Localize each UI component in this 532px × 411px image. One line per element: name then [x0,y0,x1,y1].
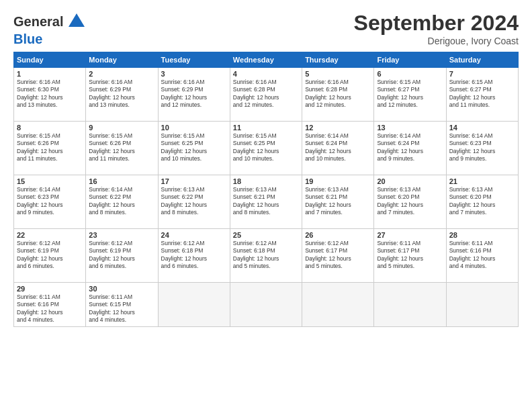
day-number: 6 [377,70,443,78]
day-number: 11 [233,124,299,132]
month-title: September 2024 [354,11,519,36]
calendar-cell: 30 Sunrise: 6:11 AMSunset: 6:15 PMDaylig… [86,283,158,327]
calendar-cell: 27 Sunrise: 6:11 AMSunset: 6:17 PMDaylig… [374,229,446,283]
day-number: 4 [233,70,299,78]
calendar-cell [302,283,374,327]
day-detail: Sunrise: 6:13 AMSunset: 6:20 PMDaylight:… [449,186,515,217]
logo-general: General [13,14,63,29]
calendar-cell: 17 Sunrise: 6:13 AMSunset: 6:22 PMDaylig… [158,175,230,229]
day-number: 15 [17,177,83,185]
day-detail: Sunrise: 6:14 AMSunset: 6:23 PMDaylight:… [449,132,515,163]
day-number: 14 [449,124,515,132]
calendar-cell: 19 Sunrise: 6:13 AMSunset: 6:21 PMDaylig… [302,175,374,229]
day-number: 3 [161,70,227,78]
weekday-header-sunday: Sunday [14,52,86,68]
day-detail: Sunrise: 6:15 AMSunset: 6:27 PMDaylight:… [377,79,443,109]
day-detail: Sunrise: 6:13 AMSunset: 6:20 PMDaylight:… [377,186,443,217]
day-detail: Sunrise: 6:11 AMSunset: 6:16 PMDaylight:… [449,240,515,271]
weekday-header-tuesday: Tuesday [158,52,230,68]
day-detail: Sunrise: 6:13 AMSunset: 6:21 PMDaylight:… [305,186,371,217]
calendar-cell: 2 Sunrise: 6:16 AMSunset: 6:29 PMDayligh… [86,68,158,122]
day-number: 13 [377,124,443,132]
location: Derigoue, Ivory Coast [354,36,519,46]
page: General Blue September 2024 Derigoue, Iv… [0,0,532,411]
day-number: 10 [161,124,227,132]
day-number: 29 [17,285,83,293]
day-number: 19 [305,177,371,185]
weekday-header-row: SundayMondayTuesdayWednesdayThursdayFrid… [14,52,519,68]
day-number: 12 [305,124,371,132]
day-detail: Sunrise: 6:12 AMSunset: 6:19 PMDaylight:… [17,240,83,271]
day-detail: Sunrise: 6:14 AMSunset: 6:22 PMDaylight:… [89,186,154,217]
calendar-cell: 29 Sunrise: 6:11 AMSunset: 6:16 PMDaylig… [14,283,86,327]
day-detail: Sunrise: 6:11 AMSunset: 6:17 PMDaylight:… [377,240,443,271]
day-number: 2 [89,70,154,78]
day-number: 17 [161,177,227,185]
day-number: 18 [233,177,299,185]
day-detail: Sunrise: 6:16 AMSunset: 6:28 PMDaylight:… [305,79,371,109]
day-detail: Sunrise: 6:14 AMSunset: 6:24 PMDaylight:… [305,132,371,163]
day-detail: Sunrise: 6:14 AMSunset: 6:23 PMDaylight:… [17,186,83,217]
day-detail: Sunrise: 6:16 AMSunset: 6:30 PMDaylight:… [17,79,83,109]
calendar-cell: 13 Sunrise: 6:14 AMSunset: 6:24 PMDaylig… [374,122,446,175]
calendar-cell [446,283,518,327]
calendar-cell: 16 Sunrise: 6:14 AMSunset: 6:22 PMDaylig… [86,175,158,229]
calendar-cell: 6 Sunrise: 6:15 AMSunset: 6:27 PMDayligh… [374,68,446,122]
calendar-cell: 23 Sunrise: 6:12 AMSunset: 6:19 PMDaylig… [86,229,158,283]
day-detail: Sunrise: 6:13 AMSunset: 6:21 PMDaylight:… [233,186,299,217]
day-detail: Sunrise: 6:14 AMSunset: 6:24 PMDaylight:… [377,132,443,163]
day-number: 8 [17,124,83,132]
week-row-4: 22 Sunrise: 6:12 AMSunset: 6:19 PMDaylig… [14,229,519,283]
day-number: 23 [89,231,154,239]
calendar-cell: 4 Sunrise: 6:16 AMSunset: 6:28 PMDayligh… [230,68,302,122]
calendar-cell: 3 Sunrise: 6:16 AMSunset: 6:29 PMDayligh… [158,68,230,122]
calendar-cell: 8 Sunrise: 6:15 AMSunset: 6:26 PMDayligh… [14,122,86,175]
day-number: 9 [89,124,154,132]
day-number: 7 [449,70,515,78]
calendar-cell: 15 Sunrise: 6:14 AMSunset: 6:23 PMDaylig… [14,175,86,229]
calendar-cell [230,283,302,327]
calendar-cell: 9 Sunrise: 6:15 AMSunset: 6:26 PMDayligh… [86,122,158,175]
week-row-3: 15 Sunrise: 6:14 AMSunset: 6:23 PMDaylig… [14,175,519,229]
day-detail: Sunrise: 6:13 AMSunset: 6:22 PMDaylight:… [161,186,227,217]
day-number: 21 [449,177,515,185]
day-number: 25 [233,231,299,239]
title-area: September 2024 Derigoue, Ivory Coast [354,11,519,46]
calendar-cell: 14 Sunrise: 6:14 AMSunset: 6:23 PMDaylig… [446,122,518,175]
calendar-cell: 11 Sunrise: 6:15 AMSunset: 6:25 PMDaylig… [230,122,302,175]
logo-icon [66,11,87,32]
calendar-cell [374,283,446,327]
day-detail: Sunrise: 6:15 AMSunset: 6:26 PMDaylight:… [17,132,83,163]
calendar-cell: 7 Sunrise: 6:15 AMSunset: 6:27 PMDayligh… [446,68,518,122]
calendar-cell [158,283,230,327]
day-detail: Sunrise: 6:11 AMSunset: 6:15 PMDaylight:… [89,293,154,324]
day-detail: Sunrise: 6:12 AMSunset: 6:18 PMDaylight:… [161,240,227,271]
day-detail: Sunrise: 6:12 AMSunset: 6:19 PMDaylight:… [89,240,154,271]
week-row-5: 29 Sunrise: 6:11 AMSunset: 6:16 PMDaylig… [14,283,519,327]
day-detail: Sunrise: 6:16 AMSunset: 6:29 PMDaylight:… [161,79,227,109]
day-number: 26 [305,231,371,239]
day-number: 28 [449,231,515,239]
day-detail: Sunrise: 6:16 AMSunset: 6:29 PMDaylight:… [89,79,154,109]
calendar-cell: 18 Sunrise: 6:13 AMSunset: 6:21 PMDaylig… [230,175,302,229]
day-detail: Sunrise: 6:15 AMSunset: 6:25 PMDaylight:… [161,132,227,163]
calendar-cell: 12 Sunrise: 6:14 AMSunset: 6:24 PMDaylig… [302,122,374,175]
header: General Blue September 2024 Derigoue, Iv… [13,11,519,46]
calendar-cell: 21 Sunrise: 6:13 AMSunset: 6:20 PMDaylig… [446,175,518,229]
logo-blue: Blue [13,32,87,46]
day-detail: Sunrise: 6:12 AMSunset: 6:18 PMDaylight:… [233,240,299,271]
day-detail: Sunrise: 6:16 AMSunset: 6:28 PMDaylight:… [233,79,299,109]
day-detail: Sunrise: 6:12 AMSunset: 6:17 PMDaylight:… [305,240,371,271]
week-row-2: 8 Sunrise: 6:15 AMSunset: 6:26 PMDayligh… [14,122,519,175]
day-number: 30 [89,285,154,293]
day-detail: Sunrise: 6:11 AMSunset: 6:16 PMDaylight:… [17,293,83,324]
calendar-cell: 20 Sunrise: 6:13 AMSunset: 6:20 PMDaylig… [374,175,446,229]
calendar-table: SundayMondayTuesdayWednesdayThursdayFrid… [13,52,519,327]
day-number: 20 [377,177,443,185]
day-detail: Sunrise: 6:15 AMSunset: 6:27 PMDaylight:… [449,79,515,109]
day-detail: Sunrise: 6:15 AMSunset: 6:26 PMDaylight:… [89,132,154,163]
calendar-cell: 25 Sunrise: 6:12 AMSunset: 6:18 PMDaylig… [230,229,302,283]
calendar-cell: 5 Sunrise: 6:16 AMSunset: 6:28 PMDayligh… [302,68,374,122]
day-number: 22 [17,231,83,239]
weekday-header-monday: Monday [86,52,158,68]
